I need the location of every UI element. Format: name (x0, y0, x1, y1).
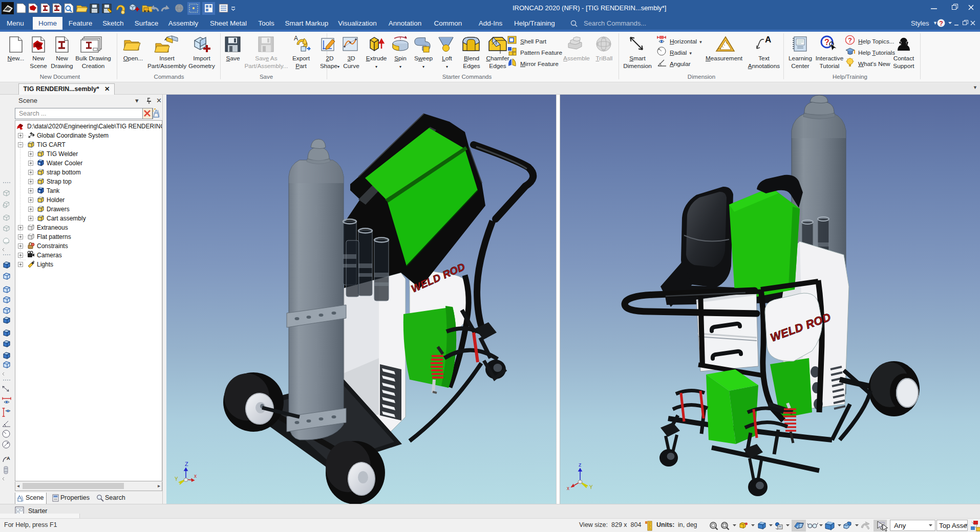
svg-text:Y: Y (589, 484, 593, 490)
svg-text:x: x (194, 473, 197, 479)
svg-text:Any: Any (894, 522, 906, 529)
svg-text:Y: Y (175, 476, 178, 482)
svg-text:?: ? (824, 38, 829, 47)
svg-text:A: A (7, 456, 10, 461)
svg-text:?: ? (848, 37, 852, 44)
svg-text:Z: Z (185, 461, 188, 467)
svg-text:A: A (294, 35, 298, 42)
svg-text:x: x (567, 485, 569, 491)
svg-text:A: A (765, 35, 771, 45)
svg-text:?: ? (939, 20, 943, 27)
svg-text:z: z (579, 461, 582, 468)
svg-text:Top Asse: Top Asse (939, 522, 967, 529)
